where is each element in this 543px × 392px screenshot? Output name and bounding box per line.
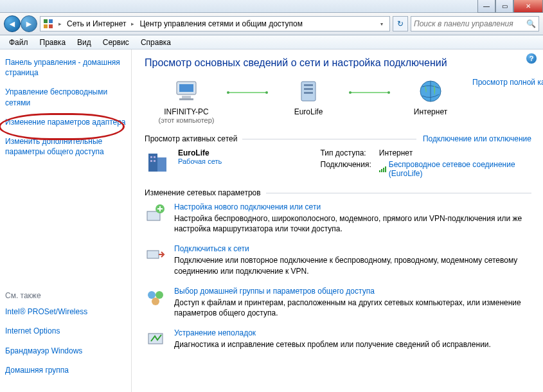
minimize-button[interactable]: —: [477, 0, 495, 13]
svg-rect-5: [179, 84, 193, 92]
svg-rect-17: [150, 160, 152, 162]
network-map: INFINITY-PC (этот компьютер) EuroLife Ин…: [145, 78, 531, 124]
signal-icon: [379, 166, 386, 172]
svg-rect-21: [147, 251, 159, 258]
refresh-button[interactable]: ↻: [393, 16, 408, 31]
section-label: Изменение сетевых параметров: [145, 188, 261, 197]
network-details: Тип доступа: Интернет Подключения: Беспр…: [321, 148, 531, 178]
window-buttons: — ▭ ✕: [477, 0, 543, 12]
breadcrumb-sep-icon: ▸: [130, 21, 136, 27]
svg-rect-16: [154, 156, 156, 158]
svg-rect-6: [182, 96, 191, 98]
active-network-row: EuroLife Рабочая сеть Тип доступа: Интер…: [145, 148, 531, 178]
nav-arrows: ◄ ►: [4, 15, 37, 32]
connection-link[interactable]: Беспроводное сетевое соединение (EuroLif…: [379, 160, 531, 178]
menu-file[interactable]: Файл: [4, 37, 33, 48]
svg-rect-3: [49, 24, 53, 28]
menu-view[interactable]: Вид: [72, 37, 96, 48]
node-internet: Интернет: [389, 78, 472, 116]
menu-edit[interactable]: Правка: [35, 37, 71, 48]
forward-button[interactable]: ►: [21, 15, 37, 32]
network-name: EuroLife: [178, 148, 222, 157]
computer-icon: [173, 78, 200, 105]
sidebar-link-wireless[interactable]: Управление беспроводными сетями: [5, 87, 126, 107]
content-area: Панель управления - домашняя страница Уп…: [0, 49, 543, 392]
task-link[interactable]: Устранение неполадок: [174, 328, 256, 337]
svg-point-24: [152, 298, 159, 305]
address-dropdown-icon[interactable]: ▾: [377, 21, 387, 27]
back-button[interactable]: ◄: [4, 15, 21, 32]
svg-rect-13: [148, 154, 157, 172]
task-desc: Настройка беспроводного, широкополосного…: [174, 213, 531, 234]
svg-point-22: [148, 291, 156, 299]
sidebar-link-sharing[interactable]: Изменить дополнительные параметры общего…: [5, 136, 126, 157]
detail-value: Интернет: [379, 148, 531, 157]
address-bar[interactable]: ▸ Сеть и Интернет ▸ Центр управления сет…: [40, 16, 390, 31]
view-full-map-link[interactable]: Просмотр полной карты: [472, 78, 543, 87]
page-title: Просмотр основных сведений о сети и наст…: [145, 57, 531, 69]
see-also-firewall[interactable]: Брандмауэр Windows: [5, 346, 126, 356]
homegroup-icon: [145, 287, 166, 308]
connect-network-icon: [145, 244, 166, 266]
task-desc: Доступ к файлам и принтерам, расположенн…: [174, 298, 531, 318]
network-type-link[interactable]: Рабочая сеть: [178, 157, 222, 165]
close-button[interactable]: ✕: [513, 0, 543, 13]
main-panel: ? Просмотр основных сведений о сети и на…: [132, 49, 543, 392]
server-icon: [295, 78, 322, 105]
connection-line-icon: [350, 92, 389, 93]
troubleshoot-icon: [145, 328, 166, 350]
search-box[interactable]: 🔍: [411, 16, 539, 31]
task-link[interactable]: Выбор домашней группы и параметров общег…: [174, 287, 375, 296]
connect-disconnect-link[interactable]: Подключение или отключение: [423, 134, 531, 143]
task-desc: Подключение или повторное подключение к …: [174, 255, 531, 276]
breadcrumb-item[interactable]: Центр управления сетями и общим доступом: [139, 19, 303, 28]
svg-rect-15: [150, 156, 152, 158]
active-networks-header: Просмотр активных сетей Подключение или …: [145, 134, 531, 143]
control-panel-icon: [43, 19, 53, 29]
see-also-intel[interactable]: Intel® PROSet/Wireless: [5, 307, 126, 317]
search-input[interactable]: [414, 19, 526, 28]
svg-rect-11: [304, 92, 313, 94]
svg-rect-0: [44, 19, 48, 23]
new-connection-icon: [145, 202, 166, 224]
node-network: EuroLife: [267, 78, 350, 116]
menu-bar: Файл Правка Вид Сервис Справка: [0, 35, 543, 49]
navigation-bar: ◄ ► ▸ Сеть и Интернет ▸ Центр управления…: [0, 13, 543, 35]
detail-key: Подключения:: [321, 160, 371, 178]
task-connect-network: Подключиться к сети Подключение или повт…: [145, 244, 531, 276]
sidebar-link-home[interactable]: Панель управления - домашняя страница: [5, 57, 126, 78]
task-link[interactable]: Подключиться к сети: [174, 244, 249, 253]
svg-rect-2: [44, 24, 48, 28]
sidebar-link-adapter-settings[interactable]: Изменение параметров адаптера: [5, 117, 126, 127]
search-icon[interactable]: 🔍: [526, 19, 536, 28]
change-settings-header: Изменение сетевых параметров: [145, 188, 531, 197]
window-titlebar: — ▭ ✕: [0, 0, 543, 13]
svg-rect-1: [49, 19, 53, 23]
svg-rect-9: [304, 84, 313, 86]
breadcrumb-item[interactable]: Сеть и Интернет: [67, 19, 126, 28]
task-desc: Диагностика и исправление сетевых пробле…: [174, 339, 491, 350]
see-also-label: См. также: [5, 291, 126, 300]
menu-help[interactable]: Справка: [136, 37, 176, 48]
svg-rect-10: [304, 88, 313, 90]
detail-key: Тип доступа:: [321, 148, 371, 157]
task-homegroup: Выбор домашней группы и параметров общег…: [145, 287, 531, 318]
task-new-connection: Настройка нового подключения или сети На…: [145, 202, 531, 234]
maximize-button[interactable]: ▭: [495, 0, 513, 13]
section-label: Просмотр активных сетей: [145, 134, 237, 143]
node-this-pc: INFINITY-PC (этот компьютер): [145, 78, 228, 124]
connection-line-icon: [228, 92, 267, 93]
node-label: EuroLife: [267, 107, 350, 116]
task-link[interactable]: Настройка нового подключения или сети: [174, 202, 321, 211]
node-sublabel: (этот компьютер): [145, 116, 228, 124]
svg-rect-18: [154, 160, 156, 162]
help-icon[interactable]: ?: [526, 53, 537, 64]
svg-point-23: [156, 291, 163, 299]
see-also-internet-options[interactable]: Internet Options: [5, 326, 126, 336]
connection-link-text: Беспроводное сетевое соединение (EuroLif…: [389, 160, 531, 178]
breadcrumb-sep-icon: ▸: [57, 21, 63, 27]
network-building-icon: [145, 148, 172, 175]
see-also-homegroup[interactable]: Домашняя группа: [5, 365, 126, 375]
node-label: INFINITY-PC: [145, 107, 228, 116]
menu-service[interactable]: Сервис: [98, 37, 134, 48]
